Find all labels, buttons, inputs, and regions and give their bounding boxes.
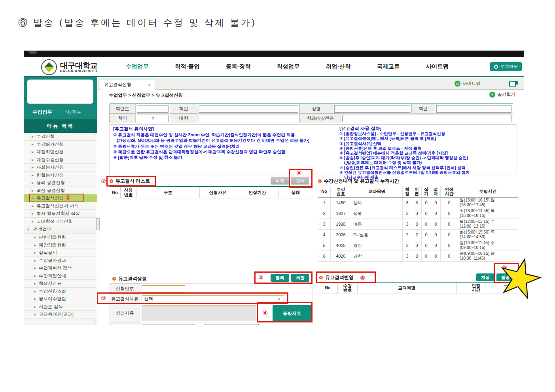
field-input[interactable] — [436, 105, 511, 113]
arrow-icon: ▶ — [32, 172, 34, 179]
nav-item[interactable]: 학적·졸업 — [175, 63, 200, 70]
sidebar-item[interactable]: ▶유고결석신청서 서식 — [24, 202, 97, 210]
sidebar-item[interactable]: ▶시간표 검색 — [24, 303, 97, 311]
table-cell: 3 — [403, 240, 412, 251]
table-cell: 0 — [422, 198, 431, 208]
apply-no-input[interactable] — [142, 285, 185, 292]
send-button[interactable]: 발송 — [496, 273, 515, 281]
user-info-box — [27, 79, 93, 104]
sidebar-item[interactable]: ▶수강신청조회 — [24, 288, 97, 296]
sidebar-item[interactable]: ▶학생시간표 — [24, 280, 97, 288]
sidebar-item[interactable]: ▶수강신청 — [24, 133, 97, 141]
university-logo[interactable]: 대구대학교 DAEGU UNIVERSITY — [41, 59, 98, 75]
delete-button[interactable]: 삭제 — [271, 177, 289, 185]
sidebar-collapse-handle[interactable]: ‹ — [96, 218, 100, 230]
arrow-icon: ▶ — [34, 288, 36, 296]
sidebar-item[interactable]: ▶국내학점교류신청 — [24, 218, 97, 226]
sidebar-item[interactable]: ▶수강학점안내 — [24, 272, 97, 280]
arrow-icon: ▶ — [34, 303, 36, 311]
table-cell: 2 — [403, 230, 412, 240]
table-cell: 1450 — [331, 198, 351, 208]
period-label: 인정기간 — [110, 322, 140, 325]
field-input[interactable] — [199, 105, 298, 113]
print-button[interactable]: 인쇄 — [291, 177, 309, 185]
sidebar-item[interactable]: ▶수업평가결과 — [24, 257, 97, 265]
sidebar-tab-classwork[interactable]: 수업업무 — [24, 109, 52, 115]
sidebar-item[interactable]: ▶성적공시 — [24, 249, 97, 257]
step-caption: ⑥ 발송 (발송 후에는 데이터 수정 및 삭제 불가) — [18, 17, 256, 29]
sidebar-item[interactable]: ▶분반강좌현황 — [24, 234, 97, 241]
arrow-icon: ▶ — [34, 280, 36, 288]
nav-item[interactable]: 수업업무 — [126, 63, 149, 70]
field-input[interactable]: 2 — [137, 115, 169, 122]
power-icon — [494, 65, 498, 69]
period-to-input[interactable]: ▦ — [205, 324, 259, 325]
reason-label: 유고결석사유 — [110, 294, 140, 304]
annotation-7: ⑦ — [101, 178, 106, 184]
apply-no-label: 신청번호 — [110, 283, 140, 294]
sidebar-item[interactable]: ▶교과목개요(교과) — [24, 311, 97, 318]
nav-item[interactable]: 국제교류 — [377, 63, 400, 70]
sidebar-item[interactable]: ▶백신 공결신청 — [24, 187, 97, 195]
sidebar-item[interactable]: ▶폐강강좌현황 — [24, 241, 97, 249]
sidebar-item[interactable]: ▶계절수강신청 — [24, 156, 97, 164]
column-header: ✓ — [496, 283, 518, 294]
apply-reason-textarea[interactable] — [142, 305, 256, 321]
annotation-1: ① — [66, 194, 71, 201]
nav-item[interactable]: 사이트맵 — [426, 63, 449, 70]
sidebar-item[interactable]: ▶수업계획서 검색 — [24, 264, 97, 272]
course-row: 21927생명33000화(13:30~14:45) 목(15:00~16:15… — [318, 208, 518, 219]
table-cell: 3 — [403, 219, 412, 229]
favorites-button[interactable]: ★ 즐겨찾기 — [489, 92, 515, 98]
field-input[interactable] — [334, 105, 410, 113]
tab-close-icon[interactable]: × — [148, 82, 151, 87]
save-button-creation[interactable]: 저장 — [291, 274, 309, 282]
nav-item[interactable]: 학생업무 — [277, 63, 300, 70]
sitemap-link[interactable]: ▤ 사이트맵 — [455, 81, 481, 87]
attachment-button[interactable]: 증빙서류 — [273, 305, 311, 322]
table-cell: 월(15:00~16:15) 월(16:30~17:45) — [458, 198, 518, 208]
register-button[interactable]: 등록 — [271, 274, 289, 282]
tab-divider — [59, 109, 59, 115]
sidebar-item[interactable]: ▶헌혈봉사신청 — [24, 172, 97, 179]
select-all-checkbox[interactable]: ✓ — [504, 285, 510, 291]
field-input[interactable] — [342, 115, 511, 122]
save-button-reflection[interactable]: 저장 — [476, 273, 494, 281]
sidebar-tab-mymenu[interactable]: My메뉴 — [65, 109, 81, 115]
section-bullet-icon — [319, 276, 323, 279]
column-header: 학 점 — [403, 186, 412, 197]
column-header: 인정 시간 — [441, 186, 458, 197]
table-cell: 화(13:30~14:45) 목(15:00~16:15) — [458, 208, 518, 219]
table-cell: 아동 — [351, 219, 403, 229]
sidebar-item[interactable]: ▶생리 공결신청 — [24, 179, 97, 187]
table-cell: 0 — [431, 198, 441, 208]
arrow-icon: ▶ — [32, 179, 34, 187]
arrow-icon: ▶ — [34, 249, 36, 257]
field-input[interactable] — [137, 105, 169, 113]
nav-item[interactable]: 등록·장학 — [226, 63, 251, 70]
table-cell: 과학 — [351, 251, 403, 261]
tab-strip: 유고결석신청 × ▤ 사이트맵 × — [98, 78, 524, 90]
sidebar-item[interactable]: ▶계절희망신청 — [24, 148, 97, 156]
courses-table: No수강 번호교과목명학 점이 론실 기설 계인정 시간수업시간11450생태3… — [318, 186, 518, 262]
column-header: No — [110, 187, 121, 198]
nav-item[interactable]: 취업·산학 — [326, 63, 351, 70]
period-from-input[interactable]: ▦ — [142, 324, 195, 325]
sidebar-item[interactable]: ▶봉사 활동계획서 작성 — [24, 210, 97, 218]
field-input[interactable] — [199, 115, 298, 122]
scroll-up-icon[interactable]: ^ — [95, 133, 97, 137]
sidebar-item[interactable]: ▶수강허가신청 — [24, 141, 97, 149]
tab-absence-application[interactable]: 유고결석신청 × — [100, 79, 155, 90]
logout-button[interactable]: 로그아웃 — [490, 62, 522, 71]
sidebar-item[interactable]: ▶유고결석신청① — [24, 194, 97, 202]
course-row: 42026DU실용22000화(15:00~15:50) 목(14:00~14:… — [318, 230, 518, 240]
reason-select[interactable]: 선택 ∨ — [142, 295, 284, 303]
arrow-icon: ▶ — [34, 295, 36, 303]
sidebar-item[interactable]: ▶사회봉사신청 — [24, 164, 97, 172]
student-form: 학년도학번성명학년학기2대학학과(부)/전공 — [110, 104, 513, 123]
sidebar-item[interactable]: ▶봉사이수열람 — [24, 295, 97, 303]
course-row: 31928아동33000월(12:00~13:15) 수(12:00~13:15… — [318, 219, 518, 230]
field-label: 학년도 — [109, 104, 136, 114]
sidebar-group-search[interactable]: ∨검색업무 — [24, 225, 97, 234]
window-popup-icon[interactable]: × — [509, 81, 518, 87]
